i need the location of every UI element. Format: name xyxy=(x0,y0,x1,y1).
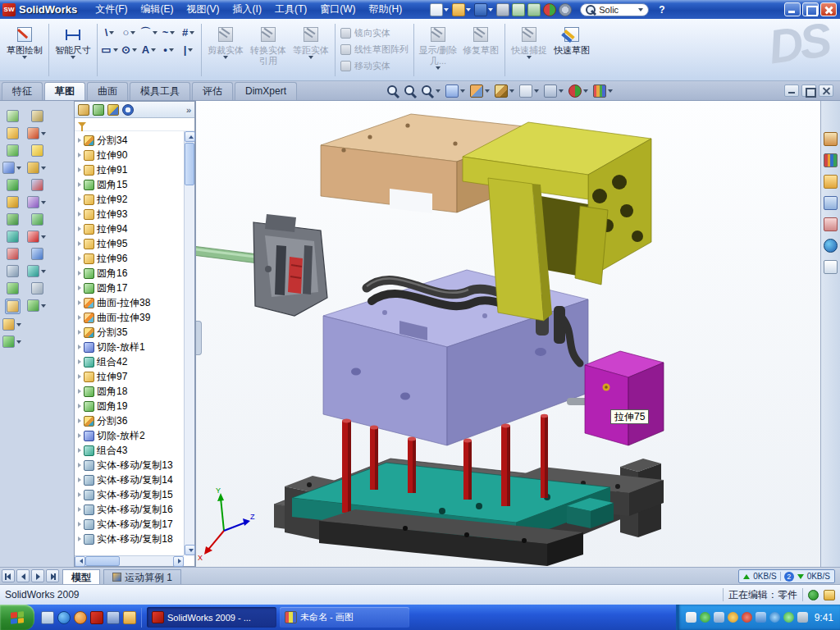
menu-item[interactable]: 视图(V) xyxy=(180,0,226,19)
feature-tree-item[interactable]: 圆角17 xyxy=(75,281,194,295)
expand-arrow-icon[interactable] xyxy=(78,256,81,261)
expand-arrow-icon[interactable] xyxy=(78,522,81,527)
tree-vertical-scrollbar[interactable] xyxy=(184,131,194,555)
dropdown-arrow-icon[interactable] xyxy=(188,48,193,52)
expand-arrow-icon[interactable] xyxy=(78,389,81,394)
blue-pattern-button[interactable] xyxy=(30,247,44,261)
gold-feature-button[interactable] xyxy=(6,126,20,140)
tree-horizontal-scrollbar[interactable] xyxy=(75,555,184,566)
expand-arrow-icon[interactable] xyxy=(78,463,81,468)
part-document-button[interactable] xyxy=(6,109,20,123)
expand-arrow-icon[interactable] xyxy=(78,300,81,305)
dropdown-arrow-icon[interactable] xyxy=(41,132,46,135)
menu-item[interactable]: 工具(T) xyxy=(268,0,313,19)
gold-clamp-button[interactable] xyxy=(26,161,48,175)
dropdown-arrow-icon[interactable] xyxy=(444,8,449,11)
view-orientation-button[interactable] xyxy=(494,84,516,98)
filter-icon[interactable] xyxy=(78,122,86,127)
zoom-button[interactable] xyxy=(420,84,442,98)
edit-appearance-button[interactable] xyxy=(568,84,590,98)
titlebar-print-button[interactable] xyxy=(496,3,509,16)
menu-item[interactable]: 插入(I) xyxy=(226,0,268,19)
antivirus-icon[interactable] xyxy=(742,612,752,623)
dropdown-arrow-icon[interactable] xyxy=(308,56,313,59)
dropdown-arrow-icon[interactable] xyxy=(71,56,75,59)
green-assembly-button[interactable] xyxy=(6,178,20,192)
red-gold-block-button[interactable] xyxy=(26,126,48,140)
feature-tree-item[interactable]: 曲面-拉伸39 xyxy=(75,310,194,325)
display-delete-relations-button[interactable]: 显示/删除几... xyxy=(417,22,459,78)
linear-sketch-pattern-button[interactable]: 线性草图阵列 xyxy=(338,41,411,57)
document-restore-button[interactable] xyxy=(801,84,816,97)
titlebar-rebuild-button[interactable] xyxy=(543,3,556,16)
dropdown-arrow-icon[interactable] xyxy=(485,89,490,93)
gold-star-button[interactable] xyxy=(2,317,23,331)
tab-模具工具[interactable]: 模具工具 xyxy=(130,82,190,100)
feature-tree-item[interactable]: 实体-移动/复制16 xyxy=(75,502,194,517)
dropdown-arrow-icon[interactable] xyxy=(460,89,465,93)
dropdown-arrow-icon[interactable] xyxy=(170,31,175,34)
task-solidworks[interactable]: SolidWorks 2009 - ... xyxy=(147,607,276,628)
appearances-scenes-icon[interactable] xyxy=(824,239,838,253)
expand-arrow-icon[interactable] xyxy=(78,536,81,541)
titlebar-redo-button[interactable] xyxy=(527,3,541,16)
safety-center-icon[interactable] xyxy=(728,612,738,623)
text-button[interactable]: A xyxy=(139,41,159,58)
help-status-icon[interactable] xyxy=(808,590,819,600)
dropdown-arrow-icon[interactable] xyxy=(223,56,228,59)
point-button[interactable]: • xyxy=(159,41,179,58)
tab-草图[interactable]: 草图 xyxy=(44,82,85,100)
line-button[interactable]: \ xyxy=(100,24,120,41)
rectangle-button[interactable]: ▭ xyxy=(100,41,120,58)
titlebar-options-button[interactable] xyxy=(559,3,572,16)
configuration-manager-icon[interactable] xyxy=(107,104,119,116)
feature-tree-item[interactable]: 组合42 xyxy=(75,354,194,369)
yellow-arrows-button[interactable] xyxy=(30,144,44,158)
usb-icon[interactable] xyxy=(797,612,808,623)
dropdown-arrow-icon[interactable] xyxy=(41,235,46,239)
graphics-icon[interactable] xyxy=(700,612,710,623)
search-dropdown-icon[interactable] xyxy=(638,8,643,11)
arc-button[interactable]: ⌒ xyxy=(139,24,159,41)
help-button[interactable]: ? xyxy=(659,4,664,16)
feature-tree-item[interactable]: 圆角15 xyxy=(75,177,194,192)
dropdown-arrow-icon[interactable] xyxy=(41,270,46,273)
model-tab-2[interactable]: 运动算例 1 xyxy=(103,569,181,585)
scroll-right-button[interactable] xyxy=(173,556,184,567)
sketch-pencil-button[interactable] xyxy=(5,299,21,314)
feature-tree-item[interactable]: 拉伸90 xyxy=(75,148,194,162)
expand-arrow-icon[interactable] xyxy=(78,345,81,349)
view-palette-icon[interactable] xyxy=(824,217,838,231)
zoom-area-button[interactable] xyxy=(403,84,418,98)
feature-tree-item[interactable]: 拉伸97 xyxy=(75,369,194,384)
dropdown-arrow-icon[interactable] xyxy=(130,31,135,34)
search-box[interactable]: Solic xyxy=(580,3,649,16)
feature-tree-item[interactable]: 切除-放样1 xyxy=(75,340,194,354)
expand-arrow-icon[interactable] xyxy=(78,182,81,187)
feature-tree-item[interactable]: 组合43 xyxy=(75,443,194,458)
zoom-fit-button[interactable] xyxy=(386,84,400,98)
tree-tabs-overflow-button[interactable]: » xyxy=(186,105,191,115)
dropdown-arrow-icon[interactable] xyxy=(41,167,46,170)
feature-tree-item[interactable]: 切除-放样2 xyxy=(75,428,194,443)
feature-tree-item[interactable]: 曲面-拉伸38 xyxy=(75,295,194,310)
purple-perpendicular-button[interactable] xyxy=(26,195,48,209)
move-entities-button[interactable]: 移动实体 xyxy=(338,57,411,74)
net-speed-meter[interactable]: 0KB/S 2 0KB/S xyxy=(738,569,835,583)
rapid-sketch-button[interactable]: 快速草图 xyxy=(550,22,593,78)
show-desktop-icon[interactable] xyxy=(41,611,54,624)
expand-arrow-icon[interactable] xyxy=(78,359,81,364)
horizontal-scroll-thumb[interactable] xyxy=(85,556,120,566)
titlebar-save-button[interactable] xyxy=(474,3,494,16)
first-tab-button[interactable] xyxy=(2,569,15,582)
dropdown-arrow-icon[interactable] xyxy=(16,340,21,344)
expand-arrow-icon[interactable] xyxy=(78,374,81,379)
feature-tree-item[interactable]: 拉伸91 xyxy=(75,162,194,177)
expand-arrow-icon[interactable] xyxy=(78,448,81,453)
previous-view-button[interactable] xyxy=(445,84,467,98)
dropdown-arrow-icon[interactable] xyxy=(109,31,114,34)
dropdown-arrow-icon[interactable] xyxy=(559,89,564,93)
dropdown-arrow-icon[interactable] xyxy=(151,48,156,52)
offset-entities-button[interactable]: 等距实体 xyxy=(290,22,332,78)
expand-arrow-icon[interactable] xyxy=(78,212,81,217)
